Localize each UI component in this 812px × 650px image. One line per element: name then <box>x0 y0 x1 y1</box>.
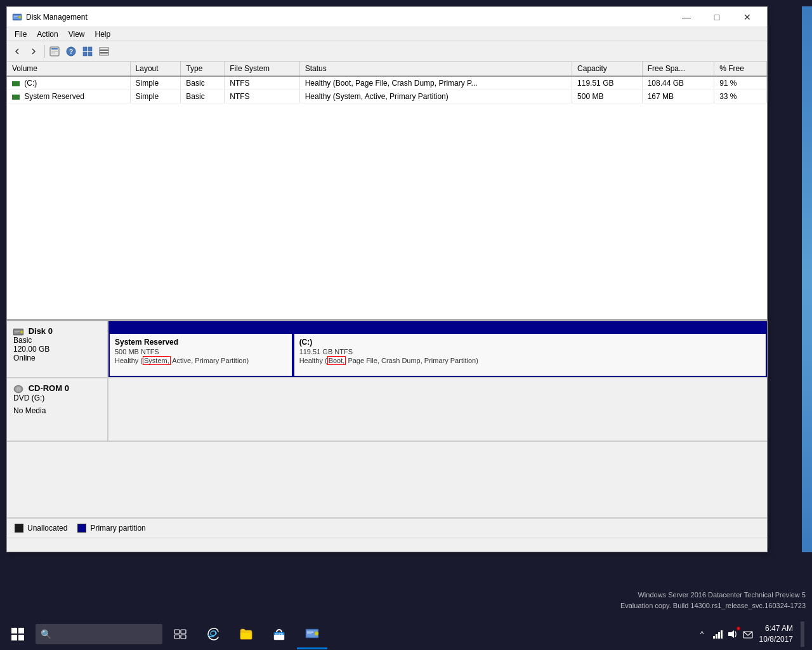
partition-system-reserved[interactable]: System Reserved 500 MB NTFS Healthy (Sys… <box>108 333 293 377</box>
task-view-button[interactable] <box>165 619 195 649</box>
col-header-filesystem[interactable]: File System <box>225 62 299 76</box>
disk-mgmt-taskbar-icon <box>305 627 319 640</box>
svg-text:STORE: STORE <box>275 632 284 635</box>
col-header-status[interactable]: Status <box>299 62 572 76</box>
col-header-percentfree[interactable]: % Free <box>714 62 767 76</box>
volume-table: Volume Layout Type File System Status Ca… <box>7 62 767 103</box>
svg-point-19 <box>20 331 23 333</box>
store-button[interactable]: STORE <box>264 619 294 649</box>
volume-type-sysres: Basic <box>181 90 225 103</box>
explorer-button[interactable] <box>231 619 261 649</box>
minimize-button[interactable]: — <box>672 7 701 27</box>
disk0-label: Disk 0 Basic 120.00 GB Online <box>7 321 108 377</box>
tray-expand-icon[interactable]: ^ <box>696 628 709 640</box>
svg-point-36 <box>315 632 318 635</box>
window-title: Disk Management <box>26 13 88 22</box>
svg-rect-15 <box>100 50 108 52</box>
maximize-button[interactable]: □ <box>702 7 731 27</box>
taskbar-search[interactable]: 🔍 <box>36 624 162 644</box>
taskbar-clock[interactable]: 6:47 AM 10/8/2017 <box>759 623 793 645</box>
table-row[interactable]: System Reserved Simple Basic NTFS Health… <box>7 90 767 103</box>
disk-mgmt-taskbar-button[interactable] <box>297 619 327 649</box>
sysres-status: Healthy (System, Active, Primary Partiti… <box>115 357 287 364</box>
legend-primary-box <box>77 524 86 533</box>
menu-view[interactable]: View <box>63 29 90 40</box>
svg-rect-3 <box>14 16 18 17</box>
edge-button[interactable] <box>198 619 228 649</box>
taskbar: 🔍 <box>0 618 812 650</box>
legend-primary: Primary partition <box>77 524 145 533</box>
col-header-type[interactable]: Type <box>181 62 225 76</box>
menu-bar: File Action View Help <box>7 27 767 41</box>
legend-unallocated: Unallocated <box>15 524 67 533</box>
help-button[interactable]: ? <box>63 44 79 59</box>
volume-icon[interactable] <box>726 628 739 640</box>
volume-type-c: Basic <box>181 76 225 90</box>
svg-rect-16 <box>100 53 108 55</box>
partition-c-drive[interactable]: (C:) 119.51 GB NTFS Healthy (Boot, Page … <box>293 333 767 377</box>
forward-button[interactable] <box>26 44 41 59</box>
volume-table-container[interactable]: Volume Layout Type File System Status Ca… <box>7 62 767 321</box>
view-button[interactable] <box>80 44 95 59</box>
volume-capacity-sysres: 500 MB <box>572 90 643 103</box>
disk-management-window: Disk Management — □ ✕ File Action View H… <box>6 6 768 552</box>
disk0-header-bar <box>108 321 767 333</box>
legend-unallocated-box <box>15 524 23 533</box>
legend-bar: Unallocated Primary partition <box>7 517 767 538</box>
menu-file[interactable]: File <box>10 29 32 40</box>
svg-rect-39 <box>713 636 715 639</box>
main-content: Volume Layout Type File System Status Ca… <box>7 62 767 552</box>
disk0-partitions: System Reserved 500 MB NTFS Healthy (Sys… <box>108 321 767 377</box>
win-version-line2: Evaluation copy. Build 14300.rs1_release… <box>620 600 806 612</box>
disk0-icon <box>13 328 23 336</box>
taskbar-right: ^ <box>696 621 809 647</box>
menu-action[interactable]: Action <box>32 29 63 40</box>
table-row[interactable]: (C:) Simple Basic NTFS Healthy (Boot, Pa… <box>7 76 767 90</box>
svg-rect-30 <box>240 632 252 639</box>
svg-rect-38 <box>307 633 311 634</box>
sysres-size: 500 MB NTFS <box>115 348 287 355</box>
clock-date: 10/8/2017 <box>759 634 793 645</box>
volume-layout-sysres: Simple <box>130 90 181 103</box>
svg-rect-14 <box>100 48 108 50</box>
volume-tray-icon <box>728 630 738 639</box>
notifications-tray-icon <box>743 629 753 639</box>
toolbar-separator-1 <box>44 45 44 58</box>
notifications-icon[interactable] <box>742 628 754 640</box>
volume-icon-sysres <box>12 95 20 100</box>
windows-version: Windows Server 2016 Datacenter Technical… <box>620 590 806 612</box>
svg-rect-11 <box>88 47 92 51</box>
title-bar: Disk Management — □ ✕ <box>7 7 767 27</box>
start-button[interactable] <box>3 619 33 649</box>
col-header-capacity[interactable]: Capacity <box>572 62 643 76</box>
svg-rect-40 <box>716 634 717 639</box>
menu-help[interactable]: Help <box>90 29 116 40</box>
svg-point-2 <box>18 16 21 18</box>
back-button[interactable] <box>10 44 25 59</box>
svg-rect-27 <box>181 630 186 633</box>
disk0-size: 120.00 GB <box>13 345 101 354</box>
svg-rect-42 <box>721 630 723 639</box>
col-header-volume[interactable]: Volume <box>7 62 130 76</box>
system-tray: ^ <box>696 628 754 640</box>
network-tray-icon <box>712 630 723 639</box>
close-button[interactable]: ✕ <box>733 7 762 27</box>
edge-icon <box>206 627 221 642</box>
volume-icon-c <box>12 81 20 86</box>
properties-button[interactable] <box>47 44 62 59</box>
cdrom-icon <box>13 385 23 394</box>
svg-rect-37 <box>307 632 313 633</box>
col-header-layout[interactable]: Layout <box>130 62 181 76</box>
search-icon: 🔍 <box>41 629 51 639</box>
disk-view-container[interactable]: Disk 0 Basic 120.00 GB Online System Res… <box>7 321 767 517</box>
cdrive-status: Healthy (Boot, Page File, Crash Dump, Pr… <box>299 357 761 364</box>
list-button[interactable] <box>96 44 112 59</box>
cdrive-keyword: Boot, <box>327 356 346 365</box>
col-header-freespace[interactable]: Free Spa... <box>642 62 714 76</box>
svg-rect-26 <box>174 630 180 633</box>
network-icon[interactable] <box>711 628 724 640</box>
blue-accent <box>802 6 812 552</box>
volume-capacity-c: 119.51 GB <box>572 76 643 90</box>
svg-point-25 <box>18 388 19 390</box>
show-desktop-button[interactable] <box>801 621 804 647</box>
